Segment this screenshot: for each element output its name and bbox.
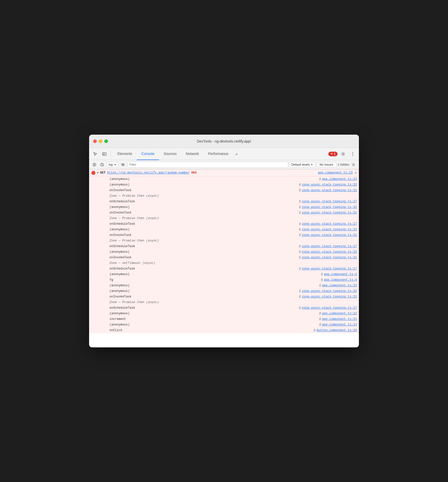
tab-bar: Elements Console Sources Network Perform… bbox=[113, 148, 327, 160]
close-button[interactable] bbox=[93, 139, 97, 143]
stack-name: (anonymous) bbox=[109, 289, 299, 293]
stack-source-link[interactable]: button.component.ts:18 bbox=[317, 329, 357, 332]
stack-row: (anonymous) @ app.component.ts:13 bbox=[89, 322, 359, 328]
stack-source-link[interactable]: zone-async-stack-tagging.ts:17 bbox=[302, 200, 357, 203]
stack-source-link[interactable]: zone-async-stack-tagging.ts:32 bbox=[302, 205, 357, 209]
stack-source-link[interactable]: zone-async-stack-tagging.ts:31 bbox=[302, 256, 357, 259]
stack-row: Zone — Promise.then (async) bbox=[89, 216, 359, 221]
toolbar-divider-1 bbox=[110, 151, 111, 157]
prohibit-button[interactable] bbox=[99, 161, 105, 168]
stack-at-symbol: @ bbox=[299, 295, 301, 299]
svg-point-10 bbox=[353, 164, 354, 165]
stack-source-link[interactable]: app.component.ts:13 bbox=[322, 323, 357, 327]
stack-at-symbol: @ bbox=[321, 278, 323, 282]
error-method: GET bbox=[100, 171, 106, 175]
stack-source-link[interactable]: zone-async-stack-tagging.ts:17 bbox=[302, 245, 357, 248]
minimize-button[interactable] bbox=[99, 139, 102, 143]
stack-source-link[interactable]: app.component.ts:4 bbox=[324, 278, 357, 282]
stack-source-link[interactable]: zone-async-stack-tagging.ts:17 bbox=[302, 222, 357, 226]
stack-at-symbol: @ bbox=[299, 228, 301, 231]
stack-at-symbol: @ bbox=[299, 245, 301, 248]
tab-performance[interactable]: Performance bbox=[203, 148, 233, 160]
stack-source-link[interactable]: zone-async-stack-tagging.ts:31 bbox=[302, 189, 357, 192]
stack-name: (anonymous) bbox=[109, 183, 299, 187]
stack-source-link[interactable]: zone-async-stack-tagging.ts:32 bbox=[302, 289, 357, 293]
log-levels-button[interactable]: Default levels ▼ bbox=[289, 162, 315, 167]
stack-at-symbol: @ bbox=[299, 250, 301, 254]
stack-source-link[interactable]: zone-async-stack-tagging.ts:32 bbox=[302, 183, 357, 187]
expand-button[interactable]: ▼ bbox=[97, 172, 99, 174]
stack-source-link[interactable]: zone-async-stack-tagging.ts:32 bbox=[302, 250, 357, 254]
stack-row: (anonymous) @ app.component.ts:4 bbox=[89, 272, 359, 277]
stack-name: (anonymous) bbox=[109, 177, 319, 181]
stack-source-link[interactable]: zone-async-stack-tagging.ts:31 bbox=[302, 211, 357, 215]
stack-source-link[interactable]: app.component.ts:23 bbox=[322, 177, 357, 181]
tab-network[interactable]: Network bbox=[181, 148, 203, 160]
stack-row: Yg @ app.component.ts:4 bbox=[89, 277, 359, 283]
svg-point-4 bbox=[353, 153, 353, 154]
console-settings-button[interactable] bbox=[350, 161, 357, 168]
stack-rows-container: (anonymous) @ app.component.ts:23(anonym… bbox=[89, 176, 359, 333]
stack-name: (anonymous) bbox=[109, 228, 299, 231]
stack-at-symbol: @ bbox=[299, 211, 301, 215]
stack-at-symbol: @ bbox=[321, 273, 323, 276]
stack-name: (anonymous) bbox=[109, 205, 299, 209]
stack-row: onScheduleTask @ zone-async-stack-taggin… bbox=[89, 199, 359, 204]
titlebar: DevTools - ng-devtools.netlify.app/ bbox=[89, 135, 359, 148]
stack-at-symbol: @ bbox=[299, 183, 301, 187]
device-toolbar-button[interactable] bbox=[100, 150, 108, 158]
stack-row: Zone — Promise.then (async) bbox=[89, 300, 359, 305]
stack-at-symbol: @ bbox=[319, 312, 321, 315]
stack-name: onInvokeTask bbox=[109, 233, 299, 237]
customize-button[interactable] bbox=[349, 150, 357, 158]
error-row-right: app.component.ts:23 ⬆ bbox=[318, 171, 357, 175]
no-issues-button[interactable]: No Issues bbox=[316, 162, 337, 167]
eye-button[interactable] bbox=[120, 161, 126, 168]
stack-row: (anonymous) @ app.component.ts:22 bbox=[89, 311, 359, 316]
context-selector[interactable]: top ▼ bbox=[106, 162, 119, 167]
error-entry-row: 🔴 ▼ GET https://ng-devtools.netlify.app/… bbox=[89, 169, 359, 176]
svg-point-9 bbox=[122, 164, 123, 165]
window-title: DevTools - ng-devtools.netlify.app/ bbox=[197, 139, 251, 143]
stack-name: onClick bbox=[109, 329, 314, 332]
stack-row: Zone — Promise.then (async) bbox=[89, 238, 359, 244]
stack-name: onScheduleTask bbox=[109, 222, 299, 226]
upload-icon[interactable]: ⬆ bbox=[355, 171, 357, 175]
stack-source-link[interactable]: zone-async-stack-tagging.ts:32 bbox=[302, 228, 357, 231]
stack-source-link[interactable]: zone-async-stack-tagging.ts:31 bbox=[302, 233, 357, 237]
stack-source-link[interactable]: app.component.ts:4 bbox=[324, 273, 357, 276]
stack-source-link[interactable]: zone-async-stack-tagging.ts:17 bbox=[302, 267, 357, 271]
stack-row: onScheduleTask @ zone-async-stack-taggin… bbox=[89, 221, 359, 227]
stack-at-symbol: @ bbox=[299, 267, 301, 271]
svg-rect-0 bbox=[103, 153, 106, 155]
stack-name: (anonymous) bbox=[109, 284, 319, 287]
stack-source-link[interactable]: app.component.ts:22 bbox=[322, 312, 357, 315]
tab-console[interactable]: Console bbox=[137, 148, 159, 160]
tab-sources[interactable]: Sources bbox=[159, 148, 181, 160]
stack-at-symbol: @ bbox=[299, 205, 301, 209]
tab-elements[interactable]: Elements bbox=[113, 148, 137, 160]
clear-console-button[interactable] bbox=[91, 161, 98, 168]
stack-source-link[interactable]: zone-async-stack-tagging.ts:17 bbox=[302, 306, 357, 310]
stack-at-symbol: @ bbox=[319, 177, 321, 181]
devtools-toolbar: Elements Console Sources Network Perform… bbox=[89, 148, 359, 160]
maximize-button[interactable] bbox=[104, 139, 108, 143]
filter-input[interactable] bbox=[127, 162, 288, 168]
svg-point-5 bbox=[353, 155, 353, 156]
more-tabs-button[interactable]: » bbox=[233, 148, 240, 160]
stack-at-symbol: @ bbox=[319, 284, 321, 287]
inspect-element-button[interactable] bbox=[91, 150, 99, 158]
stack-at-symbol: @ bbox=[299, 200, 301, 203]
error-count-badge[interactable]: ✕ 1 bbox=[328, 152, 338, 156]
stack-row: Zone — setTimeout (async) bbox=[89, 260, 359, 266]
stack-source-link[interactable]: zone-async-stack-tagging.ts:31 bbox=[302, 295, 357, 299]
stack-row: onScheduleTask @ zone-async-stack-taggin… bbox=[89, 266, 359, 272]
stack-source-link[interactable]: app.component.ts:22 bbox=[322, 284, 357, 287]
stack-row: onInvokeTask @ zone-async-stack-tagging.… bbox=[89, 294, 359, 300]
settings-button[interactable] bbox=[339, 150, 347, 158]
error-source-link[interactable]: app.component.ts:23 bbox=[318, 171, 353, 175]
stack-at-symbol: @ bbox=[319, 323, 321, 327]
console-toolbar: top ▼ Default levels ▼ No Issues 1 hidde… bbox=[89, 160, 359, 169]
stack-source-link[interactable]: app.component.ts:21 bbox=[322, 317, 357, 321]
error-url-link[interactable]: https://ng-devtools.netlify.app/random-n… bbox=[107, 171, 190, 175]
